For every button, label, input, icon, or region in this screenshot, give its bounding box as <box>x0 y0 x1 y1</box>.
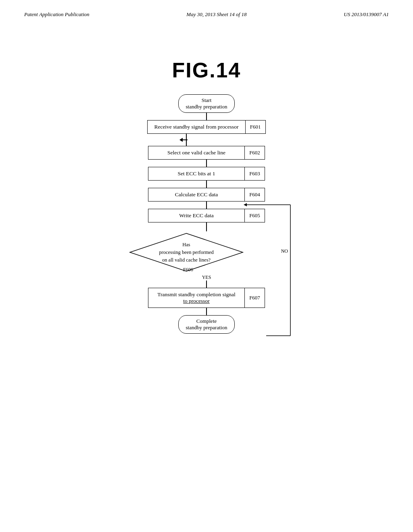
back-arrow-area <box>138 134 275 146</box>
back-arrow-head <box>179 138 183 142</box>
step-f605: Write ECC data F605 <box>148 209 265 222</box>
header-right: US 2013/0139007 A1 <box>344 11 389 18</box>
step-f604: Calculate ECC data F604 <box>148 188 265 202</box>
step-f607: Transmit standby completion signal to pr… <box>148 288 265 308</box>
figure-title: FIG.14 <box>0 58 413 82</box>
step-f603: Set ECC bits at 1 F603 <box>148 167 265 181</box>
step-f601: Receive standby signal from processor F6… <box>147 120 265 134</box>
yes-label: YES <box>202 274 211 281</box>
start-node: Start Start standby preparation standby … <box>178 94 235 113</box>
start-line2-display: standby preparation <box>186 104 227 110</box>
step-f605-label: F605 <box>245 209 265 222</box>
no-label: NO <box>281 248 288 254</box>
start-line1: Start <box>202 97 212 103</box>
end-node: Complete standby preparation <box>178 315 235 334</box>
flowchart: Start Start standby preparation standby … <box>0 94 413 334</box>
decision-id: F606 <box>183 267 193 273</box>
step-f601-box: Receive standby signal from processor <box>147 120 245 134</box>
step-f604-box: Calculate ECC data <box>148 188 245 202</box>
connector-5 <box>206 202 207 209</box>
step-f602-box: Select one valid cache line <box>148 146 245 160</box>
step-f602-label: F602 <box>245 146 265 160</box>
step-f607-box: Transmit standby completion signal to pr… <box>148 288 245 308</box>
step-f601-label: F601 <box>246 120 266 134</box>
connector-3 <box>206 160 207 167</box>
connector-1 <box>206 113 207 120</box>
step-f602: Select one valid cache line F602 <box>148 146 265 160</box>
page-header: Patent Application Publication May 30, 2… <box>0 0 413 18</box>
connector-7 <box>206 281 207 288</box>
connector-4 <box>206 181 207 188</box>
step-f603-box: Set ECC bits at 1 <box>148 167 245 181</box>
step-f604-label: F604 <box>245 188 265 202</box>
connector-8 <box>206 308 207 315</box>
header-middle: May 30, 2013 Sheet 14 of 18 <box>186 11 246 18</box>
step-f605-box: Write ECC data <box>148 209 245 222</box>
header-left: Patent Application Publication <box>24 11 90 18</box>
step-f607-label: F607 <box>245 288 265 308</box>
connector-6 <box>206 222 207 231</box>
step-f603-label: F603 <box>245 167 265 181</box>
decision-area: Hasprocessing been performedon all valid… <box>122 231 291 274</box>
